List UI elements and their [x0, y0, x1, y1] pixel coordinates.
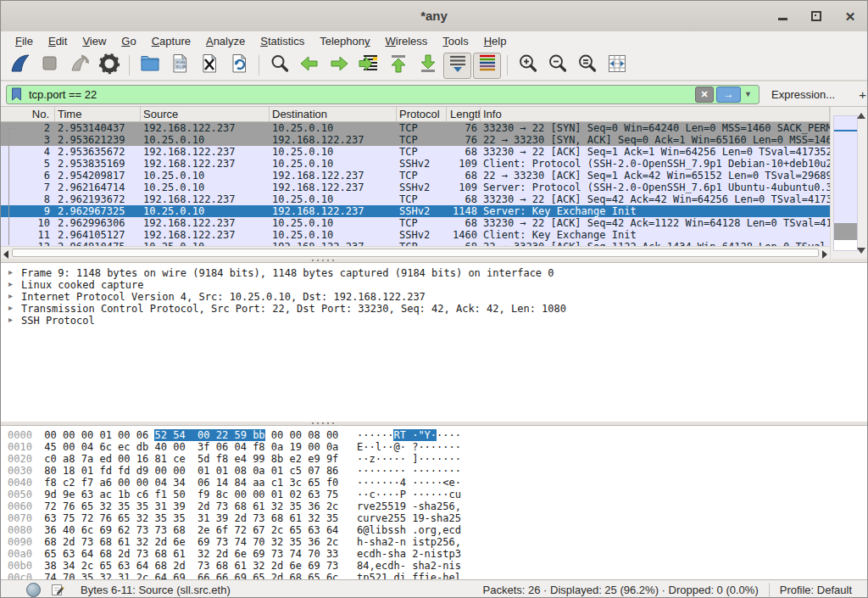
zoom-original-button[interactable]: [573, 53, 601, 79]
go-forward-button[interactable]: [325, 53, 353, 79]
auto-scroll-button[interactable]: [443, 53, 471, 79]
menu-help[interactable]: Help: [476, 32, 515, 50]
save-file-button[interactable]: 01010110: [165, 53, 193, 79]
menu-wireless[interactable]: Wireless: [378, 32, 436, 50]
filter-apply-button[interactable]: →: [716, 87, 741, 103]
reload-file-button[interactable]: [225, 53, 253, 79]
add-filter-button[interactable]: +: [854, 87, 868, 102]
hex-row-0000[interactable]: 0000 00 00 00 01 00 06 52 54 00 22 59 bb…: [8, 429, 867, 441]
packet-row-10[interactable]: 102.962996306192.168.122.23710.25.0.10TC…: [1, 217, 830, 229]
hex-row-00a0[interactable]: 00a0 65 63 64 68 2d 73 68 61 32 2d 6e 69…: [8, 548, 867, 560]
close-file-button[interactable]: [195, 53, 223, 79]
detail-line-5[interactable]: ▸SSH Protocol: [1, 315, 867, 327]
menu-capture[interactable]: Capture: [144, 32, 198, 50]
go-back-button[interactable]: [295, 53, 323, 79]
column-header-time[interactable]: Time: [55, 107, 141, 121]
bookmark-icon[interactable]: [10, 87, 23, 102]
packet-bytes-pane[interactable]: 0000 00 00 00 01 00 06 52 54 00 22 59 bb…: [1, 425, 867, 579]
packet-row-9[interactable]: 92.96296732510.25.0.10192.168.122.237SSH…: [1, 205, 830, 217]
menu-analyze[interactable]: Analyze: [198, 32, 253, 50]
scroll-right-icon[interactable]: [822, 250, 827, 259]
expand-arrow-icon[interactable]: ▸: [8, 291, 13, 300]
scroll-down-icon[interactable]: [857, 248, 865, 254]
expert-info-icon[interactable]: [26, 583, 41, 597]
expand-arrow-icon[interactable]: ▸: [8, 267, 13, 277]
detail-line-4[interactable]: ▸Transmission Control Protocol, Src Port…: [1, 303, 867, 315]
column-header-no[interactable]: No.: [1, 107, 55, 121]
capture-comment-icon[interactable]: [51, 583, 65, 597]
start-capture-button[interactable]: [6, 53, 34, 79]
detail-line-2[interactable]: ▸Linux cooked capture: [1, 279, 867, 291]
ascii-char: ·: [431, 453, 437, 465]
packet-details-pane[interactable]: ▸Frame 9: 1148 bytes on wire (9184 bits)…: [1, 262, 867, 422]
maximize-button[interactable]: [810, 9, 823, 23]
colorize-button[interactable]: [473, 53, 501, 79]
stop-capture-button[interactable]: [36, 53, 64, 79]
hex-row-0080[interactable]: 0080 36 40 6c 69 62 73 73 68 2e 6f 72 67…: [8, 524, 867, 536]
find-packet-button[interactable]: [265, 53, 293, 79]
resize-columns-button[interactable]: [603, 53, 631, 79]
hex-gap: [210, 429, 216, 441]
hex-row-0090[interactable]: 0090 68 2d 73 68 61 32 2d 6e 69 73 74 70…: [8, 536, 867, 548]
hex-row-0010[interactable]: 0010 45 00 04 6c ec db 40 00 3f 06 04 f8…: [8, 441, 867, 453]
menu-edit[interactable]: Edit: [41, 32, 75, 50]
open-file-button[interactable]: [136, 53, 164, 79]
menu-view[interactable]: View: [75, 32, 114, 50]
hex-row-0050[interactable]: 0050 9d 9e 63 ac 1b c6 f1 50 f9 8c 00 00…: [8, 489, 867, 500]
go-to-packet-button[interactable]: [354, 53, 382, 79]
hex-row-00b0[interactable]: 00b0 38 34 2c 65 63 64 68 2d 73 68 61 32…: [8, 560, 867, 572]
filter-input[interactable]: tcp.port == 22 ✕ → ▼: [6, 85, 760, 104]
expand-arrow-icon[interactable]: ▸: [8, 279, 13, 288]
column-header-length[interactable]: Length: [447, 107, 481, 121]
title-bar[interactable]: *any ✕: [1, 1, 867, 32]
zoom-in-button[interactable]: [514, 53, 542, 79]
go-first-button[interactable]: [384, 53, 412, 79]
packet-row-7[interactable]: 72.96216471410.25.0.10192.168.122.237SSH…: [1, 182, 830, 193]
zoom-out-button[interactable]: [543, 53, 571, 79]
capture-options-icon: [98, 53, 120, 78]
horizontal-scrollbar[interactable]: [1, 246, 830, 259]
column-header-info[interactable]: Info: [481, 107, 830, 121]
menu-tools[interactable]: Tools: [435, 32, 476, 50]
minimize-button[interactable]: [776, 9, 789, 23]
packet-row-11[interactable]: 112.964105127192.168.122.23710.25.0.10SS…: [1, 229, 830, 241]
hex-row-0060[interactable]: 0060 72 76 65 32 35 35 31 39 2d 73 68 61…: [8, 500, 867, 512]
packet-row-2[interactable]: 22.953140437192.168.122.23710.25.0.10TCP…: [1, 122, 830, 134]
detail-line-1[interactable]: ▸Frame 9: 1148 bytes on wire (9184 bits)…: [1, 267, 867, 279]
go-last-button[interactable]: [414, 53, 442, 79]
scroll-up-icon[interactable]: [857, 113, 865, 119]
scroll-left-icon[interactable]: [3, 250, 8, 259]
horizontal-scrollbar-thumb[interactable]: [12, 249, 819, 257]
packet-row-5[interactable]: 52.953835169192.168.122.23710.25.0.10SSH…: [1, 158, 830, 170]
capture-options-button[interactable]: [95, 53, 123, 79]
menu-statistics[interactable]: Statistics: [253, 32, 312, 50]
hex-row-0030[interactable]: 0030 80 18 01 fd fd d9 00 00 01 01 08 0a…: [8, 465, 867, 477]
expression-button[interactable]: Expression...: [771, 88, 835, 101]
filter-clear-button[interactable]: ✕: [695, 87, 714, 103]
vertical-scrollbar[interactable]: [830, 107, 868, 260]
hex-row-0070[interactable]: 0070 63 75 72 76 65 32 35 35 31 39 2d 73…: [8, 512, 867, 524]
profile-button[interactable]: Profile: Default: [769, 584, 862, 596]
expand-arrow-icon[interactable]: ▸: [8, 315, 13, 324]
column-header-protocol[interactable]: Protocol: [397, 107, 447, 121]
packet-row-4[interactable]: 42.953635672192.168.122.23710.25.0.10TCP…: [1, 146, 830, 158]
menu-file[interactable]: File: [8, 32, 41, 50]
column-header-source[interactable]: Source: [141, 107, 270, 121]
detail-line-3[interactable]: ▸Internet Protocol Version 4, Src: 10.25…: [1, 291, 867, 303]
restart-capture-button[interactable]: [65, 53, 93, 79]
hex-row-0020[interactable]: 0020 c0 a8 7a ed 00 16 81 ce 5d f8 e4 99…: [8, 453, 867, 465]
hex-gap: [283, 548, 289, 560]
menu-go[interactable]: Go: [114, 32, 143, 50]
packet-row-6[interactable]: 62.95420981710.25.0.10192.168.122.237TCP…: [1, 170, 830, 182]
expand-arrow-icon[interactable]: ▸: [8, 303, 13, 312]
packet-row-3[interactable]: 32.95362123910.25.0.10192.168.122.237TCP…: [1, 134, 830, 146]
hex-row-0040[interactable]: 0040 f8 c2 f7 a6 00 00 04 34 06 14 84 aa…: [8, 477, 867, 489]
filter-dropdown-button[interactable]: ▼: [741, 90, 755, 98]
column-header-destination[interactable]: Destination: [270, 107, 397, 121]
intelligent-scrollbar-minimap[interactable]: [833, 115, 858, 251]
menu-telephony[interactable]: Telephony: [312, 32, 377, 50]
packet-row-8[interactable]: 82.962193672192.168.122.23710.25.0.10TCP…: [1, 193, 830, 205]
packet-list[interactable]: 22.953140437192.168.122.23710.25.0.10TCP…: [1, 122, 830, 247]
hex-byte: 0a: [271, 441, 283, 453]
close-button[interactable]: ✕: [843, 9, 857, 23]
